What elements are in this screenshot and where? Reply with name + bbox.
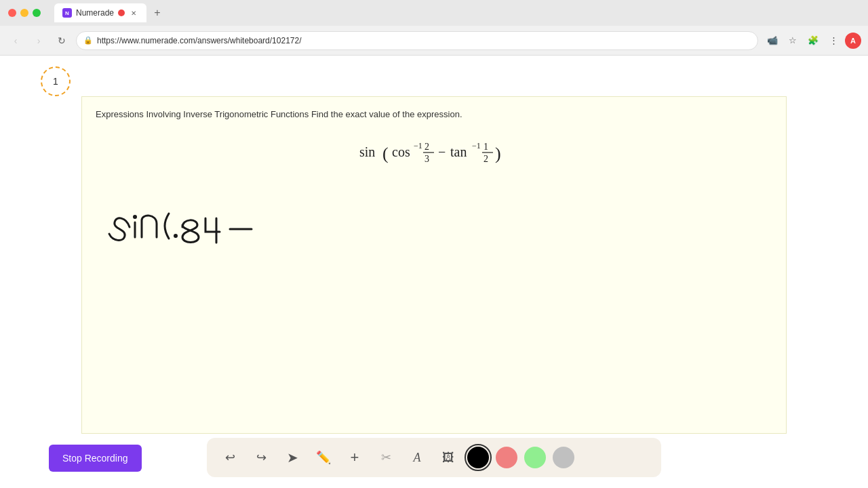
bookmark-button[interactable]: ☆: [784, 32, 802, 49]
svg-point-14: [133, 215, 137, 219]
redo-icon: ↪: [256, 450, 267, 465]
tab-bar: N Numerade ✕ +: [54, 3, 860, 22]
tab-title: Numerade: [76, 8, 114, 18]
eraser-tool-button[interactable]: ✂: [374, 445, 398, 470]
profile-avatar[interactable]: A: [845, 33, 861, 49]
text-tool-button[interactable]: A: [405, 445, 429, 470]
text-icon: A: [414, 451, 421, 465]
svg-text:tan: tan: [450, 144, 467, 159]
new-tab-button[interactable]: +: [149, 5, 165, 21]
color-green-swatch[interactable]: [524, 447, 546, 468]
svg-point-15: [174, 234, 178, 238]
maximize-button[interactable]: [33, 9, 41, 17]
forward-button[interactable]: ›: [30, 32, 47, 49]
svg-text:−1: −1: [414, 141, 422, 150]
problem-text: Expressions Involving Inverse Trigonomet…: [82, 97, 786, 128]
svg-text:2: 2: [484, 154, 488, 164]
browser-window: N Numerade ✕ + ‹ › ↻ 🔒 https://www.numer…: [0, 0, 868, 488]
formula-svg: sin ( cos −1 2 3 − tan −1 1: [359, 134, 509, 169]
title-bar: N Numerade ✕ +: [0, 0, 868, 26]
active-tab[interactable]: N Numerade ✕: [54, 3, 146, 22]
select-tool-button[interactable]: ➤: [280, 445, 304, 470]
traffic-lights: [8, 9, 41, 17]
address-bar[interactable]: 🔒 https://www.numerade.com/answers/white…: [76, 31, 758, 50]
screen-record-button[interactable]: 📹: [764, 32, 781, 49]
svg-text:(: (: [382, 144, 389, 163]
image-icon: 🖼: [442, 451, 454, 465]
handwritten-area: [82, 183, 786, 264]
minimize-button[interactable]: [20, 9, 28, 17]
tab-favicon-icon: N: [62, 8, 72, 18]
svg-text:−1: −1: [472, 141, 481, 150]
puzzle-icon: 🧩: [808, 35, 818, 45]
undo-button[interactable]: ↩: [218, 445, 242, 470]
color-gray-swatch[interactable]: [553, 447, 574, 468]
stop-recording-button[interactable]: Stop Recording: [49, 445, 142, 472]
whiteboard[interactable]: Expressions Involving Inverse Trigonomet…: [81, 96, 787, 434]
svg-text:1: 1: [484, 142, 488, 152]
svg-text:3: 3: [425, 154, 429, 164]
browser-toolbar: ‹ › ↻ 🔒 https://www.numerade.com/answers…: [0, 26, 868, 56]
lock-icon: 🔒: [83, 36, 93, 45]
toolbar-actions: 📹 ☆ 🧩 ⋮ A: [764, 32, 861, 49]
refresh-button[interactable]: ↻: [53, 32, 71, 49]
handwriting-svg: [96, 190, 502, 258]
back-button[interactable]: ‹: [7, 32, 24, 49]
svg-text:2: 2: [425, 142, 429, 152]
back-icon: ‹: [14, 35, 18, 46]
svg-text:sin: sin: [359, 144, 375, 159]
forward-icon: ›: [37, 35, 41, 46]
svg-text:cos: cos: [392, 144, 410, 159]
page-counter: 1: [41, 66, 71, 96]
content-area: 1 Expressions Involving Inverse Trigonom…: [0, 56, 868, 488]
recording-indicator-icon: [118, 9, 125, 16]
close-button[interactable]: [8, 9, 16, 17]
more-options-button[interactable]: ⋮: [825, 32, 842, 49]
bottom-toolbar: ↩ ↪ ➤ ✏️ + ✂ A: [207, 438, 661, 477]
url-text: https://www.numerade.com/answers/whitebo…: [97, 36, 302, 45]
pencil-tool-button[interactable]: ✏️: [311, 445, 336, 470]
color-black-swatch[interactable]: [467, 447, 489, 468]
profile-initial: A: [850, 37, 856, 45]
math-formula: sin ( cos −1 2 3 − tan −1 1: [82, 128, 786, 183]
star-icon: ☆: [789, 35, 797, 45]
plus-icon: +: [351, 449, 359, 466]
image-tool-button[interactable]: 🖼: [436, 445, 460, 470]
refresh-icon: ↻: [58, 35, 66, 46]
page-number: 1: [53, 76, 58, 87]
arrow-icon: ➤: [287, 449, 298, 466]
menu-icon: ⋮: [829, 35, 838, 45]
undo-icon: ↩: [225, 450, 235, 465]
extensions-button[interactable]: 🧩: [804, 32, 822, 49]
pencil-icon: ✏️: [316, 450, 331, 465]
screen-record-icon: 📹: [767, 35, 778, 45]
add-element-button[interactable]: +: [342, 445, 367, 470]
color-pink-swatch[interactable]: [496, 447, 517, 468]
eraser-icon: ✂: [381, 450, 391, 465]
redo-button[interactable]: ↪: [249, 445, 273, 470]
tab-close-button[interactable]: ✕: [129, 8, 138, 18]
svg-text:−: −: [438, 144, 446, 159]
svg-text:): ): [495, 144, 501, 163]
